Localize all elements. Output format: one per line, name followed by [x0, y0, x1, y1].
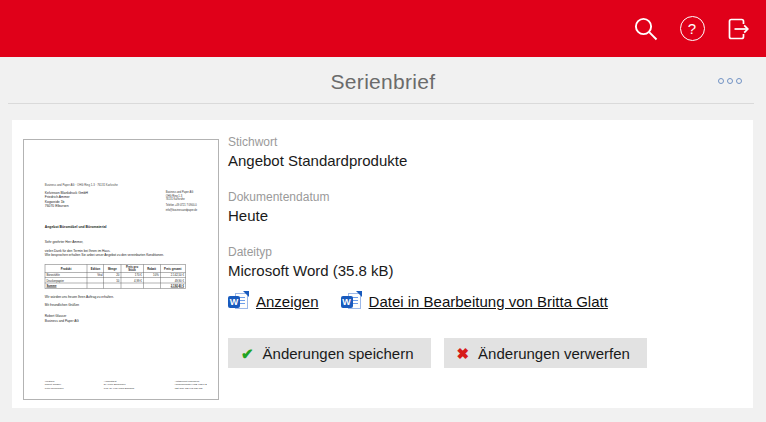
help-icon: ? — [680, 16, 705, 41]
field-dateityp: Dateityp Microsoft Word (35.8 kB) — [228, 244, 748, 281]
field-value: Microsoft Word (35.8 kB) — [228, 261, 748, 281]
field-label: Dateityp — [228, 244, 748, 261]
file-links-row: W Anzeigen W Datei in Bearbeitung von Br… — [228, 292, 748, 310]
field-dokumentendatum: Dokumentendatum Heute — [228, 189, 748, 226]
preview-offer-table: Produkt Edition Menge Preis pro Stück Ra… — [45, 264, 186, 288]
help-glyph: ? — [688, 21, 696, 36]
discard-button-label: Änderungen verwerfen — [478, 345, 630, 362]
table-row-sum: Summe 2.192,40 € — [45, 283, 185, 288]
sign-out-button[interactable] — [720, 11, 756, 47]
buttons-row: ✔ Änderungen speichern ✖ Änderungen verw… — [228, 338, 748, 368]
datei-in-bearbeitung-link-label[interactable]: Datei in Bearbeitung von Britta Glatt — [369, 293, 608, 310]
preview-salutation: Sehr geehrter Herr Ammer, — [45, 240, 202, 244]
anzeigen-link[interactable]: W Anzeigen — [228, 292, 319, 310]
field-value: Heute — [228, 206, 748, 226]
sign-out-icon — [723, 14, 753, 44]
anzeigen-link-label[interactable]: Anzeigen — [256, 293, 319, 310]
field-stichwort: Stichwort Angebot Standardprodukte — [228, 134, 748, 171]
word-file-icon: W — [341, 292, 362, 310]
preview-recipient-block: Kelvinson Blankdruck GmbH Friedrich Amme… — [45, 191, 88, 213]
save-button-label: Änderungen speichern — [263, 345, 414, 362]
document-preview-thumbnail[interactable]: Business and Paper AG · OHG Ring 1-3 · 7… — [23, 139, 219, 400]
search-icon — [631, 14, 661, 44]
help-button[interactable]: ? — [674, 11, 710, 47]
serienbrief-card: Business and Paper AG · OHG Ring 1-3 · 7… — [12, 120, 753, 408]
datei-in-bearbeitung-link[interactable]: W Datei in Bearbeitung von Britta Glatt — [341, 292, 608, 310]
preview-regards: Mit freundlichen Grüßen — [45, 303, 202, 307]
field-label: Stichwort — [228, 134, 748, 151]
aenderungen-speichern-button[interactable]: ✔ Änderungen speichern — [228, 338, 431, 368]
preview-signature: Robert Glasser Business and Paper AG — [45, 314, 202, 323]
preview-closing: Wir würden uns freuen Ihren Auftrag zu e… — [45, 295, 202, 299]
check-icon: ✔ — [241, 346, 254, 361]
preview-company-block: Business and Paper AG OHG Ring 1-3 76131… — [166, 191, 198, 213]
word-file-icon: W — [228, 292, 249, 310]
preview-sender-line: Business and Paper AG · OHG Ring 1-3 · 7… — [45, 183, 202, 186]
search-button[interactable] — [628, 11, 664, 47]
preview-body: vielen Dank für den Termin bei Ihnen im … — [45, 249, 202, 258]
page-title: Serienbrief — [331, 70, 436, 94]
field-value: Angebot Standardprodukte — [228, 151, 748, 171]
x-icon: ✖ — [457, 346, 470, 361]
aenderungen-verwerfen-button[interactable]: ✖ Änderungen verwerfen — [444, 338, 647, 368]
topbar: ? — [0, 0, 766, 57]
field-label: Dokumentendatum — [228, 189, 748, 206]
detail-fields: Stichwort Angebot Standardprodukte Dokum… — [228, 134, 748, 368]
preview-footer: Vorstand Robert Glasser Peter Druckmann … — [45, 380, 207, 390]
preview-subject: Angebot Büromöbel und Büromaterial — [45, 225, 202, 229]
page-header: Serienbrief — [0, 57, 766, 104]
document-preview-page: Business and Paper AG · OHG Ring 1-3 · 7… — [24, 140, 218, 400]
more-options-icon[interactable] — [714, 74, 746, 88]
